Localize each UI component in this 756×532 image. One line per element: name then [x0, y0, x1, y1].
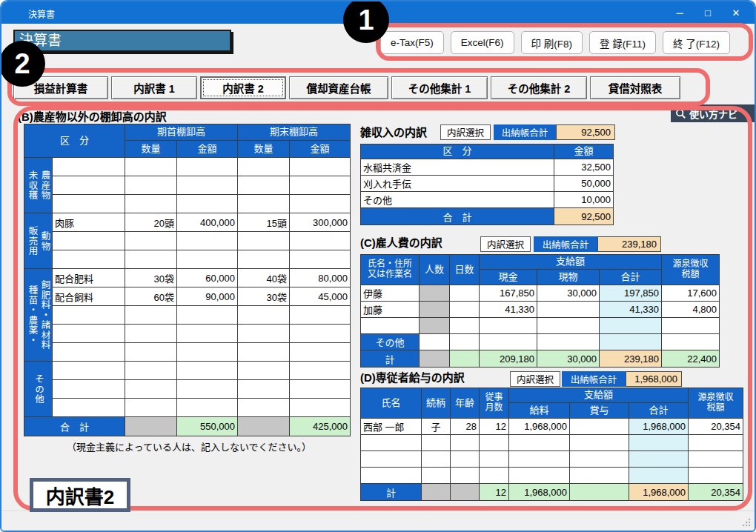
table-cell[interactable] [290, 362, 351, 380]
table-cell[interactable] [177, 399, 238, 417]
table-cell[interactable]: 400,000 [177, 213, 238, 232]
table-cell[interactable]: 加藤 [361, 302, 420, 318]
table-cell[interactable] [125, 380, 177, 399]
table-cell[interactable] [238, 232, 290, 250]
table-cell[interactable] [361, 318, 420, 334]
table-cell[interactable] [509, 468, 570, 484]
usage-navi-button[interactable]: 使い方ナビ [671, 104, 755, 122]
table-cell[interactable]: 60袋 [125, 287, 177, 306]
table-cell[interactable] [177, 306, 238, 325]
table-cell[interactable]: 28 [451, 419, 480, 435]
maximize-icon[interactable]: □ [694, 1, 722, 24]
table-cell[interactable] [537, 318, 600, 334]
table-cell[interactable]: 水稲共済金 [361, 159, 554, 176]
table-cell[interactable] [125, 362, 177, 380]
table-cell[interactable] [570, 419, 629, 435]
table-cell[interactable] [420, 334, 450, 350]
table-cell[interactable] [480, 468, 509, 484]
table-cell[interactable]: 刈入れ手伝 [361, 176, 554, 192]
table-cell[interactable] [290, 306, 351, 325]
table-cell[interactable]: 41,330 [480, 302, 537, 318]
table-cell[interactable]: 20頭 [125, 213, 177, 232]
table-cell[interactable] [177, 250, 238, 269]
minimize-icon[interactable]: ─ [666, 1, 694, 24]
table-cell[interactable] [53, 176, 125, 195]
table-cell[interactable] [177, 158, 238, 176]
table-cell[interactable] [177, 195, 238, 213]
table-cell[interactable] [689, 468, 743, 484]
table-cell[interactable] [480, 435, 509, 451]
tab-other-summary-2[interactable]: その他集計 2 [491, 76, 587, 99]
table-cell[interactable] [238, 195, 290, 213]
table-cell[interactable] [177, 343, 238, 362]
table-cell[interactable] [238, 325, 290, 343]
table-cell[interactable]: 子 [422, 419, 451, 435]
table-cell[interactable] [361, 435, 422, 451]
register-button[interactable]: 登 録(F11) [589, 31, 656, 54]
table-cell[interactable]: 45,000 [290, 287, 351, 306]
table-cell[interactable] [537, 334, 600, 350]
table-cell[interactable] [290, 176, 351, 195]
table-cell[interactable] [125, 325, 177, 343]
misc-income-select-button[interactable]: 内訳選択 [440, 124, 491, 140]
table-cell[interactable] [125, 306, 177, 325]
table-cell[interactable] [570, 435, 629, 451]
table-cell[interactable] [450, 318, 480, 334]
table-cell[interactable] [238, 380, 290, 399]
table-cell[interactable] [290, 232, 351, 250]
tab-balance-sheet[interactable]: 貸借対照表 [590, 76, 680, 99]
table-cell[interactable]: 80,000 [290, 269, 351, 287]
table-cell[interactable]: 30袋 [125, 269, 177, 287]
table-cell[interactable]: 10,000 [554, 192, 614, 208]
table-cell[interactable]: 90,000 [177, 287, 238, 306]
table-cell[interactable] [238, 158, 290, 176]
table-cell[interactable]: 167,850 [480, 285, 537, 302]
table-cell[interactable] [509, 435, 570, 451]
table-cell[interactable] [290, 325, 351, 343]
close-icon[interactable]: ✕ [722, 1, 750, 24]
table-cell[interactable] [177, 325, 238, 343]
table-cell[interactable] [125, 343, 177, 362]
table-cell[interactable] [125, 195, 177, 213]
table-cell[interactable] [450, 302, 480, 318]
table-cell[interactable] [509, 451, 570, 468]
family-select-button[interactable]: 内訳選択 [510, 371, 560, 387]
table-cell[interactable]: 配合肥料 [53, 269, 125, 287]
table-cell[interactable] [238, 250, 290, 269]
table-cell[interactable]: 30袋 [238, 287, 290, 306]
table-cell[interactable] [53, 380, 125, 399]
etax-button[interactable]: e-Tax(F5) [380, 31, 444, 54]
table-cell[interactable]: 17,600 [662, 285, 720, 302]
table-cell[interactable] [361, 468, 422, 484]
table-cell[interactable] [451, 435, 480, 451]
table-cell[interactable] [290, 343, 351, 362]
table-cell[interactable] [53, 362, 125, 380]
table-cell[interactable]: 配合飼料 [53, 287, 125, 306]
table-cell[interactable] [450, 285, 480, 302]
table-cell[interactable] [570, 468, 629, 484]
table-cell[interactable] [361, 451, 422, 468]
table-cell[interactable] [480, 318, 537, 334]
table-cell[interactable] [290, 195, 351, 213]
table-cell[interactable] [451, 451, 480, 468]
table-cell[interactable] [177, 176, 238, 195]
tab-uchiwakesho-1[interactable]: 内訳書 1 [111, 76, 197, 99]
table-cell[interactable] [53, 250, 125, 269]
table-cell[interactable] [125, 232, 177, 250]
table-cell[interactable]: 40袋 [238, 269, 290, 287]
table-cell[interactable]: 1,968,000 [509, 419, 570, 435]
table-cell[interactable] [53, 343, 125, 362]
table-cell[interactable]: 伊藤 [361, 285, 420, 302]
document-title-field[interactable]: 決算書 [13, 30, 231, 52]
employee-select-button[interactable]: 内訳選択 [480, 236, 531, 252]
tab-depreciation[interactable]: 償却資産台帳 [289, 76, 388, 99]
table-cell[interactable] [570, 451, 629, 468]
table-cell[interactable]: その他 [361, 192, 554, 208]
table-cell[interactable] [53, 195, 125, 213]
table-cell[interactable]: 20,354 [689, 419, 743, 435]
table-cell[interactable] [451, 468, 480, 484]
print-button[interactable]: 印 刷(F8) [521, 31, 583, 54]
table-cell[interactable] [53, 306, 125, 325]
table-cell[interactable] [238, 362, 290, 380]
table-cell[interactable] [238, 176, 290, 195]
